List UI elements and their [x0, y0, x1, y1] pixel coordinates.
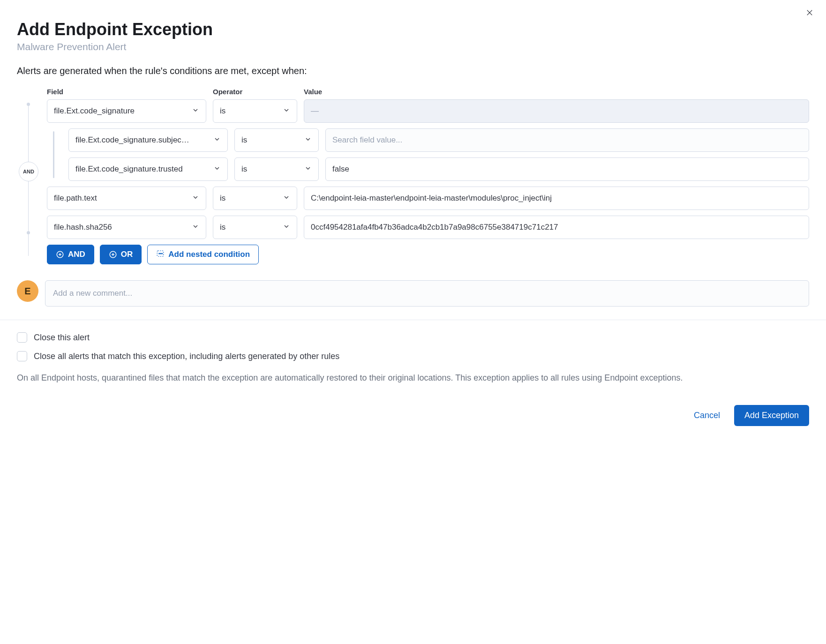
svg-point-11 — [162, 253, 163, 254]
comment-input[interactable]: Add a new comment... — [45, 280, 809, 307]
chevron-down-icon — [283, 106, 290, 116]
checkbox-label: Close this alert — [34, 333, 90, 343]
field-select[interactable]: file.hash.sha256 — [47, 216, 206, 239]
intro-text: Alerts are generated when the rule's con… — [17, 66, 809, 76]
field-select-value: file.hash.sha256 — [54, 223, 112, 232]
nested-icon — [156, 249, 165, 260]
value-text: false — [332, 165, 349, 174]
checkbox-label: Close all alerts that match this excepti… — [34, 352, 339, 361]
value-text: — — [311, 106, 319, 116]
value-input[interactable]: 0ccf4954281afa4fb47b36adca4b2cb1b7a9a98c… — [304, 216, 809, 239]
operator-select-value: is — [220, 194, 225, 203]
chevron-down-icon — [283, 194, 290, 203]
cancel-button[interactable]: Cancel — [689, 407, 725, 424]
operator-select-value: is — [241, 135, 247, 145]
footer-note: On all Endpoint hosts, quarantined files… — [17, 372, 809, 384]
chevron-down-icon — [304, 165, 312, 174]
column-header-operator: Operator — [213, 88, 297, 96]
column-header-value: Value — [304, 88, 809, 96]
column-header-field: Field — [47, 88, 206, 96]
user-avatar: E — [17, 280, 38, 302]
button-label: OR — [121, 250, 133, 259]
field-select-value: file.Ext.code_signature — [54, 106, 135, 116]
svg-point-10 — [160, 253, 161, 254]
comment-placeholder: Add a new comment... — [53, 289, 132, 298]
condition-row: file.hash.sha256 is 0ccf4954281afa4fb47b… — [47, 216, 809, 239]
add-nested-condition-button[interactable]: Add nested condition — [147, 245, 259, 264]
operator-select[interactable]: is — [213, 187, 297, 210]
chevron-down-icon — [192, 194, 199, 203]
value-input[interactable]: false — [325, 157, 809, 181]
add-exception-button[interactable]: Add Exception — [734, 405, 809, 426]
chevron-down-icon — [192, 106, 199, 116]
field-select-value: file.Ext.code_signature.subjec… — [75, 135, 189, 145]
operator-select[interactable]: is — [213, 216, 297, 239]
chevron-down-icon — [283, 223, 290, 232]
chevron-down-icon — [192, 223, 199, 232]
add-exception-modal: Add Endpoint Exception Malware Preventio… — [0, 0, 826, 439]
value-placeholder: Search field value... — [332, 135, 402, 145]
plus-circle-icon — [109, 250, 117, 259]
value-input[interactable]: C:\endpoint-leia-master\endpoint-leia-ma… — [304, 187, 809, 210]
value-text: 0ccf4954281afa4fb47b36adca4b2cb1b7a9a98c… — [311, 223, 558, 232]
field-select[interactable]: file.Ext.code_signature — [47, 99, 206, 123]
operator-select[interactable]: is — [234, 128, 319, 152]
condition-timeline: AND — [17, 88, 47, 264]
add-or-button[interactable]: OR — [100, 245, 142, 264]
close-this-alert-checkbox[interactable] — [17, 332, 27, 343]
svg-point-9 — [159, 253, 160, 254]
modal-subtitle: Malware Prevention Alert — [17, 41, 809, 52]
chevron-down-icon — [304, 135, 312, 145]
plus-circle-icon — [56, 250, 64, 259]
condition-row: file.path.text is C:\endpoint-leia-maste… — [47, 187, 809, 210]
value-input: — — [304, 99, 809, 123]
close-all-alerts-checkbox[interactable] — [17, 351, 27, 361]
close-button[interactable] — [803, 7, 816, 20]
button-label: AND — [68, 250, 85, 259]
operator-select-value: is — [241, 165, 247, 174]
condition-row: file.Ext.code_signature.subjec… is Searc… — [68, 128, 809, 152]
and-chip: AND — [19, 162, 38, 181]
field-select[interactable]: file.Ext.code_signature.subjec… — [68, 128, 228, 152]
value-input[interactable]: Search field value... — [325, 128, 809, 152]
close-icon — [805, 11, 814, 18]
operator-select-value: is — [220, 223, 225, 232]
field-select[interactable]: file.path.text — [47, 187, 206, 210]
condition-row: file.Ext.code_signature.trusted is false — [68, 157, 809, 181]
operator-select[interactable]: is — [213, 99, 297, 123]
add-and-button[interactable]: AND — [47, 245, 94, 264]
button-label: Add nested condition — [168, 250, 250, 259]
divider — [0, 320, 826, 320]
nested-condition-group: file.Ext.code_signature.subjec… is Searc… — [68, 128, 809, 181]
chevron-down-icon — [213, 135, 221, 145]
value-text: C:\endpoint-leia-master\endpoint-leia-ma… — [311, 194, 552, 203]
field-select-value: file.Ext.code_signature.trusted — [75, 165, 183, 174]
modal-title: Add Endpoint Exception — [17, 20, 809, 39]
chevron-down-icon — [213, 165, 221, 174]
field-select[interactable]: file.Ext.code_signature.trusted — [68, 157, 228, 181]
condition-row: file.Ext.code_signature is — — [47, 99, 809, 123]
operator-select-value: is — [220, 106, 225, 116]
field-select-value: file.path.text — [54, 194, 97, 203]
operator-select[interactable]: is — [234, 157, 319, 181]
